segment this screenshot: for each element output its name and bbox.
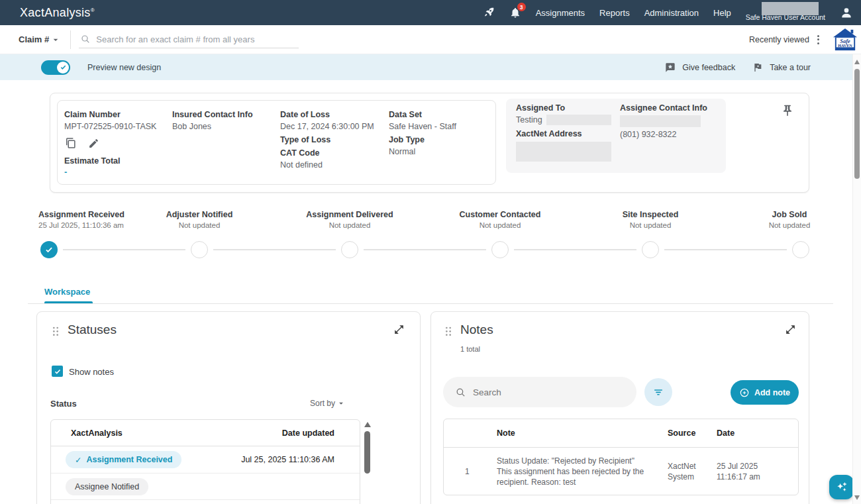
claim-type-selector[interactable]: Claim # <box>19 34 61 45</box>
app-window: XactAnalysis® 3 Assignments Reports Admi… <box>0 0 861 504</box>
timeline-connector <box>664 249 787 250</box>
estimate-total-value[interactable]: - <box>64 167 156 177</box>
claim-number-column: Claim Number MPT-072525-0910-TASK Estima… <box>64 109 156 177</box>
divider <box>70 30 71 49</box>
loss-column: Date of Loss Dec 17, 2024 6:30:00 PM Typ… <box>280 109 374 171</box>
nav-assignments[interactable]: Assignments <box>536 8 585 18</box>
timeline-connector <box>364 249 486 250</box>
date-of-loss-value: Dec 17, 2024 6:30:00 PM <box>280 121 374 132</box>
tab-divider <box>28 303 833 304</box>
expand-icon[interactable] <box>393 324 405 335</box>
scrollbar-thumb[interactable] <box>854 69 860 179</box>
notes-search-input[interactable] <box>473 387 612 397</box>
recently-viewed-link[interactable]: Recently viewed <box>749 35 809 44</box>
col-note: Note <box>497 428 668 438</box>
app-logo-text: XactAnalysis <box>20 6 91 19</box>
milestone-adjuster-notified: Adjuster Notified Not updated <box>140 210 259 229</box>
milestone-circle[interactable] <box>491 241 509 258</box>
claim-details-box: Claim Number MPT-072525-0910-TASK Estima… <box>57 100 496 185</box>
tab-workspace[interactable]: Workspace <box>44 287 90 297</box>
show-notes-checkbox[interactable] <box>52 366 63 377</box>
status-pill-assignment-received[interactable]: ✓ Assignment Received <box>66 451 181 468</box>
status-date: Jul 25, 2025 11:10:36 AM <box>241 455 334 464</box>
milestone-circle-complete[interactable] <box>40 241 58 258</box>
assigned-to-column: Assigned To Testing XactNet Address <box>516 102 611 162</box>
claim-search-bar: Claim # Recently viewed Safe HAVEN <box>0 25 861 54</box>
add-note-label: Add note <box>754 388 790 397</box>
show-notes-label: Show notes <box>69 367 114 377</box>
notes-table-header: Note Source Date <box>444 419 798 448</box>
dataset-column: Data Set Safe Haven - Staff Job Type Nor… <box>389 109 456 158</box>
status-pill-assignee-notified[interactable]: Assignee Notified <box>66 478 148 495</box>
milestone-circle[interactable] <box>642 241 659 258</box>
date-of-loss-label: Date of Loss <box>280 109 374 121</box>
note-number: 1 <box>444 467 497 476</box>
take-a-tour-button[interactable]: Take a tour <box>752 62 811 73</box>
milestone-circle[interactable] <box>341 241 358 258</box>
take-a-tour-label: Take a tour <box>770 63 811 72</box>
statuses-table: XactAnalysis Date updated ✓ Assignment R… <box>50 419 360 504</box>
person-icon[interactable] <box>840 6 853 19</box>
table-scrollbar-up[interactable] <box>364 422 371 427</box>
statuses-title: Statuses <box>68 323 117 337</box>
copy-icon[interactable] <box>64 136 77 150</box>
nav-reports[interactable]: Reports <box>599 8 630 18</box>
assignee-contact-label: Assignee Contact Info <box>620 102 707 114</box>
expand-icon[interactable] <box>785 324 796 335</box>
check-icon <box>44 245 54 254</box>
assignee-box: Assigned To Testing XactNet Address Assi… <box>506 99 726 173</box>
claim-selector-label: Claim # <box>19 34 49 44</box>
cat-code-value: Not defined <box>280 159 374 171</box>
status-row: Assignee Notified <box>51 473 360 499</box>
note-body: This assignment has been rejected by the… <box>497 466 656 487</box>
preview-toggle[interactable] <box>41 60 70 75</box>
estimate-total-label: Estimate Total <box>64 155 156 167</box>
milestone-circle[interactable] <box>792 241 809 258</box>
insured-column: Insured Contact Info Bob Jones <box>172 109 253 132</box>
ai-assistant-fab[interactable] <box>829 475 854 499</box>
claim-search-input[interactable] <box>96 34 288 44</box>
preview-toggle-label: Preview new design <box>87 63 161 72</box>
notes-search-field <box>443 377 636 407</box>
rocket-icon[interactable] <box>483 7 495 19</box>
flag-icon <box>752 62 763 73</box>
table-scrollbar-thumb[interactable] <box>364 431 370 474</box>
user-account-label[interactable]: Safe Haven User Account <box>746 0 825 25</box>
give-feedback-button[interactable]: Give feedback <box>665 62 735 73</box>
sparkles-icon <box>835 480 849 495</box>
xactnet-address-label: XactNet Address <box>516 128 611 140</box>
check-icon: ✓ <box>75 455 81 465</box>
kebab-menu-icon[interactable] <box>813 32 823 47</box>
drag-handle-icon[interactable] <box>443 325 454 338</box>
edit-pencil-icon[interactable] <box>88 138 99 149</box>
scrollbar-up-arrow[interactable] <box>854 60 860 64</box>
notes-title: Notes <box>460 323 493 337</box>
assigned-to-label: Assigned To <box>516 102 611 114</box>
data-set-value: Safe Haven - Staff <box>389 121 456 132</box>
scrollbar-down-arrow[interactable] <box>854 495 860 500</box>
pin-icon[interactable] <box>781 104 794 120</box>
add-note-button[interactable]: Add note <box>731 380 799 405</box>
nav-help[interactable]: Help <box>713 8 731 18</box>
col-xactanalysis: XactAnalysis <box>71 428 123 438</box>
insured-contact-label: Insured Contact Info <box>172 109 253 121</box>
sort-by-label: Sort by <box>310 399 335 408</box>
nav-administration[interactable]: Administration <box>644 8 699 18</box>
notification-count-badge: 3 <box>517 3 526 11</box>
timeline-connector <box>63 249 185 250</box>
search-icon <box>80 34 91 44</box>
check-icon <box>54 368 62 376</box>
status-row: ✓ Assignment Received Jul 25, 2025 11:10… <box>51 446 360 473</box>
notifications-bell-icon[interactable]: 3 <box>509 7 521 19</box>
drag-handle-icon[interactable] <box>50 325 61 338</box>
page-scrollbar[interactable] <box>852 54 861 504</box>
note-row[interactable]: 1 Status Update: "Rejected by Recipient"… <box>444 448 798 495</box>
insured-contact-value: Bob Jones <box>172 121 253 132</box>
notes-filter-button[interactable] <box>644 378 672 406</box>
sort-by-dropdown[interactable]: Sort by <box>310 399 346 408</box>
timeline-connector <box>514 249 636 250</box>
note-source: XactNet System <box>668 461 707 482</box>
milestone-circle[interactable] <box>191 241 208 258</box>
job-type-value: Normal <box>389 146 456 158</box>
safe-haven-logo: Safe HAVEN <box>833 28 858 52</box>
